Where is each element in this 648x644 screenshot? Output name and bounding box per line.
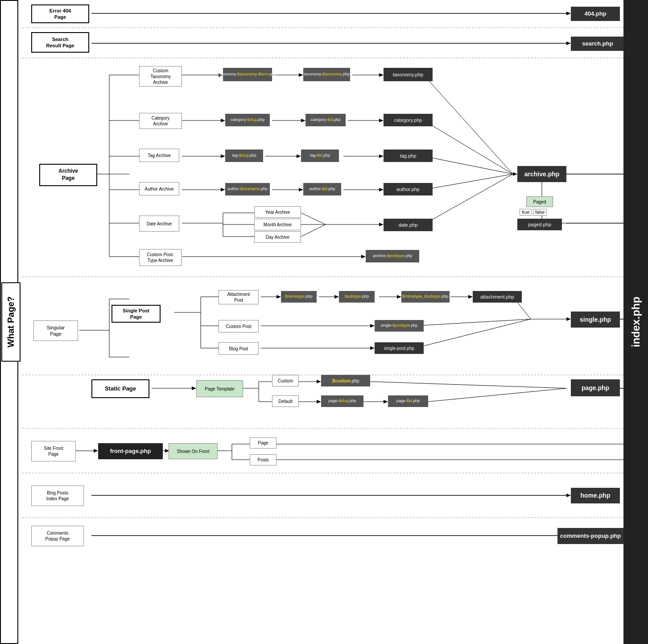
posts-option-node: Posts: [250, 454, 277, 465]
page-id-node: page-$id.php: [388, 395, 428, 407]
svg-marker-109: [94, 449, 98, 453]
home-php-node: home.php: [571, 488, 620, 503]
default-label-node: Default: [272, 395, 299, 407]
svg-marker-10: [566, 42, 571, 45]
shown-on-front-node: Shown On Front: [169, 443, 218, 459]
comments-popup-php-node: comments-popup.php: [557, 528, 623, 544]
diagram-area: Error 404Page 404.php SearchResult Page …: [22, 0, 623, 644]
svg-marker-82: [468, 295, 473, 299]
main-container: What Page? index.php: [0, 0, 648, 644]
svg-marker-60: [513, 172, 517, 176]
svg-line-88: [415, 319, 531, 326]
archive-page-node: ArchivePage: [39, 164, 97, 186]
author-id-node: author-$id.php: [303, 183, 341, 195]
category-archive-node: CategoryArchive: [139, 113, 182, 129]
subtype-node: $subtype.php: [339, 291, 375, 303]
author-nicename-node: author-$nicename.php: [225, 183, 270, 195]
svg-marker-91: [566, 317, 571, 321]
mimetype-node: $mimetype.php: [281, 291, 317, 303]
attachment-post-node: AttachmentPost: [219, 290, 259, 304]
single-posttype-node: single-$posttype.php: [375, 320, 424, 332]
svg-marker-103: [317, 400, 321, 403]
svg-marker-24: [379, 73, 384, 77]
custom-taxonomy-node: CustomTaxonomyArchive: [139, 66, 182, 87]
search-result-node: SearchResult Page: [31, 32, 89, 53]
svg-marker-105: [384, 400, 388, 403]
svg-marker-42: [379, 188, 384, 191]
true-false-container: true false: [520, 209, 547, 216]
svg-marker-8: [566, 12, 571, 15]
search-php-node: search.php: [571, 37, 624, 51]
false-box: false: [533, 209, 547, 216]
site-front-page-node: Site FrontPage: [31, 441, 76, 461]
page-template-node: Page Template: [196, 380, 243, 397]
svg-marker-38: [221, 188, 225, 191]
singular-page-node: SingularPage: [33, 320, 78, 341]
svg-marker-100: [317, 380, 321, 383]
custom-posttype-node: Custom Post-Type Archive: [139, 249, 182, 266]
cat-id-node: category-$id.php: [305, 114, 346, 126]
svg-marker-94: [192, 386, 196, 390]
author-archive-node: Author Archive: [139, 182, 179, 195]
svg-marker-34: [297, 154, 301, 158]
taxonomy-php-node: taxonomy.php: [384, 68, 433, 81]
svg-marker-22: [299, 73, 303, 77]
static-page-node: Static Page: [91, 379, 149, 398]
blog-posts-index-node: Blog PostsIndex Page: [31, 486, 84, 506]
svg-marker-54: [361, 255, 366, 258]
svg-line-58: [424, 174, 513, 190]
blog-post-node: Blog Post: [219, 342, 259, 355]
svg-marker-30: [379, 119, 384, 122]
svg-line-89: [415, 319, 531, 348]
single-post-page-node: Single PostPage: [111, 305, 161, 323]
paged-node: Paged: [526, 196, 553, 207]
author-php-node: author.php: [384, 183, 433, 195]
index-php-rotated: index.php: [623, 0, 648, 644]
svg-marker-36: [379, 154, 384, 158]
archive-posttype-node: archive-$posttype.php: [366, 250, 419, 262]
attachment-php-node: attachment.php: [473, 291, 522, 303]
svg-line-101: [370, 382, 566, 388]
tag-archive-node: Tag Archive: [139, 149, 179, 162]
svg-marker-32: [221, 154, 225, 158]
error-404-node: Error 404Page: [31, 4, 89, 23]
what-page-rotated: What Page?: [1, 282, 21, 361]
date-archive-node: Date Archive: [139, 216, 179, 232]
paged-php-node: paged.php: [517, 219, 562, 230]
tag-php-node: tag.php: [384, 150, 433, 162]
svg-marker-40: [299, 188, 303, 191]
php-404-node: 404.php: [571, 7, 620, 21]
front-page-php-node: front-page.php: [98, 443, 163, 459]
tax-taxonomy-node: taxonomy-$taxonomy.php: [303, 68, 350, 81]
single-post-php-node: single-post.php: [375, 342, 424, 354]
index-php-wrapper: index.php: [623, 0, 648, 644]
date-php-node: date.php: [384, 219, 433, 231]
true-box: true: [520, 209, 532, 216]
page-php-node: page.php: [571, 379, 620, 396]
custom-label-node: Custom: [272, 375, 299, 386]
page-slug-node: page-$slug.php: [321, 395, 363, 407]
svg-line-56: [424, 120, 513, 174]
svg-marker-76: [277, 295, 281, 299]
category-php-node: category.php: [384, 114, 433, 126]
custom-php-node: $custom.php: [321, 375, 370, 386]
svg-marker-80: [397, 295, 401, 299]
day-archive-node: Day Archive: [254, 231, 301, 243]
svg-line-50: [301, 224, 326, 237]
svg-line-57: [424, 156, 513, 174]
svg-marker-84: [370, 324, 375, 328]
svg-line-59: [424, 174, 513, 224]
single-php-node: single.php: [571, 312, 620, 328]
tag-slug-node: tag-$slug.php: [225, 150, 263, 162]
svg-marker-52: [379, 223, 384, 226]
tag-id-node: tag-$id.php: [301, 150, 339, 162]
svg-marker-86: [370, 346, 375, 350]
tax-term-node: taxonomy-$taxonomy-$term.php: [223, 68, 272, 81]
mimetype-subtype-node: $mimetype_$subtype.php: [401, 291, 450, 303]
svg-marker-28: [301, 119, 305, 122]
archive-php-node: archive.php: [517, 166, 566, 182]
svg-line-48: [301, 213, 326, 224]
page-option-node: Page: [250, 437, 277, 449]
what-page-wrapper: What Page?: [0, 0, 21, 644]
comments-popup-node: CommentsPopup Page: [31, 526, 84, 546]
